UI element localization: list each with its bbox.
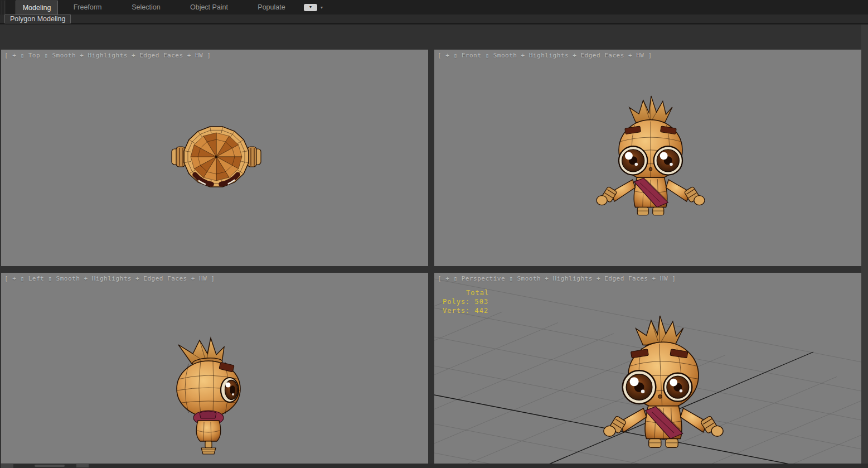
front-viewport-canvas[interactable] [434,50,861,266]
status-bar-partial [0,464,868,468]
model-statistics: Total Polys: 503 Verts: 442 [443,288,489,315]
stats-verts-value: 442 [475,307,489,315]
viewport-label-top[interactable]: [ + ▯ Top ▯ Smooth + Highlights + Edged … [4,52,211,59]
character-model[interactable] [177,338,240,454]
top-viewport-canvas[interactable] [1,50,428,266]
ribbon-options-caret-down-icon[interactable]: ▾ [321,5,323,11]
ribbon: Modeling Freeform Selection Object Paint… [0,0,868,25]
tab-populate[interactable]: Populate [246,1,297,14]
ribbon-minimize-button[interactable]: ▾ [304,4,317,11]
viewport-label-left[interactable]: [ + ▯ Left ▯ Smooth + Highlights + Edged… [4,275,215,282]
ribbon-panel-row: Polygon Modeling [0,15,868,24]
viewport-label-perspective[interactable]: [ + ▯ Perspective ▯ Smooth + Highlights … [438,275,676,282]
tab-freeform[interactable]: Freeform [64,1,111,14]
stats-polys-value: 503 [475,298,489,306]
character-model[interactable] [597,96,705,215]
viewport-left[interactable]: [ + ▯ Left ▯ Smooth + Highlights + Edged… [1,273,428,468]
stats-verts: Verts: 442 [443,306,489,315]
viewport-front[interactable]: [ + ▯ Front ▯ Smooth + Highlights + Edge… [434,50,861,266]
ribbon-tab-row: Modeling Freeform Selection Object Paint… [6,0,868,15]
viewport-label-front[interactable]: [ + ▯ Front ▯ Smooth + Highlights + Edge… [438,52,652,59]
tab-object-paint[interactable]: Object Paint [180,1,239,14]
status-text-fragment [35,465,65,467]
left-viewport-canvas[interactable] [1,273,428,468]
character-model[interactable] [172,127,261,187]
viewport-top[interactable]: [ + ▯ Top ▯ Smooth + Highlights + Edged … [1,50,428,266]
tab-modeling[interactable]: Modeling [16,1,58,15]
right-window-edge [861,25,868,468]
viewport-perspective[interactable]: [ + ▯ Perspective ▯ Smooth + Highlights … [434,273,861,468]
perspective-viewport-canvas[interactable] [434,273,861,468]
viewport-area: [ + ▯ Top ▯ Smooth + Highlights + Edged … [0,25,868,464]
status-icon-box [1,464,13,468]
panel-tab-polygon-modeling[interactable]: Polygon Modeling [4,15,71,23]
stats-total-label: Total [466,288,489,297]
tab-selection[interactable]: Selection [123,1,169,14]
status-box [76,464,89,467]
ribbon-options: ▾ ▾ [304,0,329,15]
stats-polys: Polys: 503 [443,297,489,306]
character-model[interactable] [604,316,723,447]
